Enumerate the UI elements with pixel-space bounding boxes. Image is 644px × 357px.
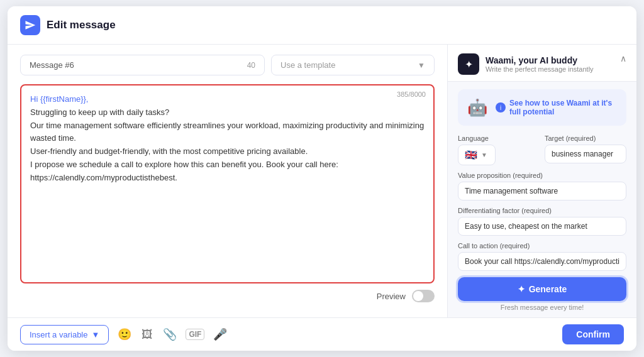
waami-subtitle: Write the perfect message instantly — [486, 65, 594, 73]
confirm-button[interactable]: Confirm — [562, 324, 624, 344]
attachment-button[interactable]: 📎 — [162, 327, 178, 341]
waami-collapse-icon[interactable]: ∧ — [620, 53, 626, 63]
waami-body: 🤖 i See how to use Waami at it's full po… — [448, 82, 636, 317]
message-textarea-wrapper: 385/8000 Hi {{firstName}}, Struggling to… — [20, 84, 435, 283]
waami-icon: ✦ — [458, 53, 479, 75]
message-number: 40 — [247, 61, 255, 70]
message-top-row: Message #6 40 Use a template ▼ — [20, 55, 435, 75]
template-dropdown[interactable]: Use a template ▼ — [271, 55, 435, 75]
language-selector[interactable]: 🇬🇧 ▼ — [458, 145, 496, 165]
waami-header-left: ✦ Waami, your AI buddy Write the perfect… — [458, 53, 594, 75]
diff-factor-label: Differentiating factor (required) — [458, 207, 626, 214]
language-target-row: Language 🇬🇧 ▼ Target (required) — [458, 135, 626, 165]
char-count: 385/8000 — [397, 91, 426, 98]
target-field-group: Target (required) — [545, 135, 626, 163]
info-icon: i — [496, 102, 506, 113]
message-content[interactable]: Hi {{firstName}}, Struggling to keep up … — [30, 93, 425, 185]
page-title: Edit message — [47, 19, 116, 31]
cta-label: Call to action (required) — [458, 242, 626, 250]
image-button[interactable]: 🖼 — [140, 328, 154, 341]
message-label: Message #6 — [30, 60, 74, 70]
waami-title-group: Waami, your AI buddy Write the perfect m… — [486, 55, 594, 73]
waami-title: Waami, your AI buddy — [486, 55, 594, 65]
insert-chevron-icon: ▼ — [92, 330, 100, 339]
gif-button[interactable]: GIF — [186, 329, 204, 340]
preview-row: Preview — [20, 290, 435, 302]
flag-icon: 🇬🇧 — [465, 149, 477, 161]
language-field-group: Language 🇬🇧 ▼ — [458, 135, 540, 165]
emoji-button[interactable]: 🙂 — [116, 327, 133, 341]
diff-factor-group: Differentiating factor (required) — [458, 207, 626, 236]
generate-button[interactable]: ✦ Generate — [458, 277, 626, 301]
app-icon — [20, 15, 40, 35]
left-panel: Message #6 40 Use a template ▼ 385/8000 … — [8, 45, 448, 317]
waami-tip-link[interactable]: See how to use Waami at it's full potent… — [509, 99, 619, 116]
message-label-box: Message #6 40 — [20, 55, 265, 75]
insert-variable-label: Insert a variable — [30, 330, 88, 339]
cta-group: Call to action (required) — [458, 242, 626, 271]
insert-variable-button[interactable]: Insert a variable ▼ — [20, 325, 109, 344]
preview-label: Preview — [377, 292, 406, 301]
lang-chevron-icon: ▼ — [481, 151, 487, 158]
language-label: Language — [458, 135, 540, 142]
generate-fresh-text: Fresh message every time! — [458, 304, 626, 311]
window-header: Edit message — [8, 6, 636, 45]
robot-icon: 🤖 — [465, 96, 489, 119]
cta-input[interactable] — [458, 252, 626, 271]
bottom-bar: Insert a variable ▼ 🙂 🖼 📎 GIF 🎤 Confirm — [8, 317, 636, 351]
waami-header: ✦ Waami, your AI buddy Write the perfect… — [448, 45, 636, 82]
diff-factor-input[interactable] — [458, 217, 626, 236]
target-input[interactable] — [545, 145, 626, 163]
value-prop-label: Value proposition (required) — [458, 172, 626, 179]
waami-tip-content: i See how to use Waami at it's full pote… — [496, 99, 619, 116]
preview-toggle[interactable] — [412, 290, 435, 302]
sparkle-icon: ✦ — [518, 284, 525, 294]
target-label: Target (required) — [545, 135, 626, 142]
generate-label: Generate — [529, 284, 567, 294]
right-panel: ✦ Waami, your AI buddy Write the perfect… — [448, 45, 636, 317]
waami-tip-banner: 🤖 i See how to use Waami at it's full po… — [458, 89, 626, 126]
audio-button[interactable]: 🎤 — [212, 327, 228, 341]
value-prop-input[interactable] — [458, 182, 626, 200]
chevron-down-icon: ▼ — [418, 61, 425, 70]
value-prop-group: Value proposition (required) — [458, 172, 626, 200]
template-placeholder: Use a template — [280, 60, 335, 70]
